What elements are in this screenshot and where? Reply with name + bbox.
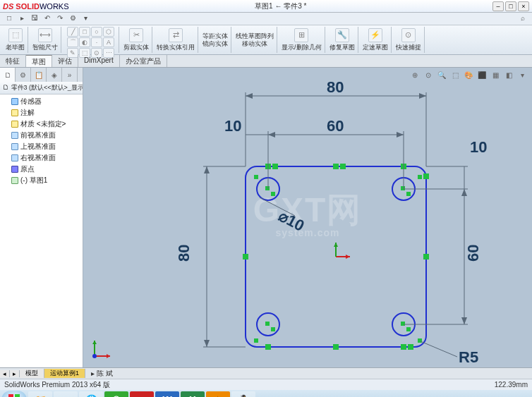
line-icon[interactable]: ╱ bbox=[67, 27, 78, 37]
ribbon-repair[interactable]: 🔧修复草图 bbox=[327, 27, 358, 53]
svg-rect-20 bbox=[265, 344, 271, 350]
ds-swoosh-icon: DS bbox=[3, 2, 13, 11]
tree-right-plane[interactable]: 右视基准面 bbox=[1, 152, 81, 164]
ribbon-trim[interactable]: ✂剪裁实体 bbox=[121, 27, 152, 53]
cm-tab-icon[interactable]: 📋 bbox=[31, 68, 47, 82]
document-title: 草图1 ← 零件3 * bbox=[69, 1, 492, 11]
ribbon-snap[interactable]: ⊙快速捕捉 bbox=[393, 27, 425, 53]
task-chrome-icon[interactable]: 🌐 bbox=[79, 391, 103, 397]
tree-annotations[interactable]: 注解 bbox=[1, 107, 81, 118]
tab-evaluate[interactable]: 评估 bbox=[52, 55, 78, 67]
task-360-icon[interactable]: ❂ bbox=[104, 391, 128, 397]
window-controls: – □ × bbox=[492, 1, 529, 11]
ribbon-display[interactable]: ⊞显示/删除几何 bbox=[279, 27, 325, 53]
task-sw-icon[interactable]: SW bbox=[130, 391, 154, 397]
plane-icon bbox=[11, 154, 18, 161]
svg-rect-23 bbox=[408, 344, 413, 350]
svg-rect-26 bbox=[401, 186, 405, 190]
graphics-viewport[interactable]: ⊕ ⊙ 🔍 ⬚ 🎨 ⬛ ▦ ◧ ▾ GXT网system.com bbox=[83, 68, 532, 367]
text-icon[interactable]: A bbox=[103, 37, 114, 47]
command-tabs: 特征 草图 评估 DimXpert 办公室产品 bbox=[0, 55, 532, 68]
svg-rect-34 bbox=[254, 338, 258, 343]
tab-dimxpert[interactable]: DimXpert bbox=[78, 55, 120, 67]
ribbon-pattern[interactable]: 线性草图阵列移动实体 bbox=[233, 27, 277, 53]
tab-sketch[interactable]: 草图 bbox=[26, 55, 52, 67]
breadcrumb[interactable]: ▸ 陈 斌 bbox=[85, 369, 119, 379]
dim-offset-r: 10 bbox=[470, 138, 487, 156]
task-ie-icon[interactable]: e bbox=[54, 391, 78, 397]
svg-rect-18 bbox=[243, 254, 248, 259]
qa-search-icon[interactable]: ⌕ bbox=[518, 14, 528, 24]
maximize-button[interactable]: □ bbox=[505, 1, 516, 11]
pm-tab-icon[interactable]: ⚙ bbox=[16, 68, 31, 82]
more-tab-icon[interactable]: » bbox=[62, 68, 78, 82]
svg-marker-64 bbox=[92, 341, 97, 344]
poly-icon[interactable]: ⬡ bbox=[103, 27, 114, 37]
tab-office[interactable]: 办公室产品 bbox=[120, 55, 167, 67]
qa-redo-icon[interactable]: ↷ bbox=[55, 14, 65, 24]
dim-width: 80 bbox=[327, 78, 344, 96]
sketch-icon bbox=[11, 177, 18, 184]
tree-origin[interactable]: 原点 bbox=[1, 164, 81, 175]
annotation-icon bbox=[11, 109, 18, 116]
rect-icon[interactable]: □ bbox=[79, 27, 90, 37]
qa-new-icon[interactable]: □ bbox=[4, 14, 14, 24]
spline-icon[interactable]: ◐ bbox=[79, 37, 90, 47]
feature-manager: 🗋 ⚙ 📋 ◈ » 🗋 零件3 (默认<<默认>_显示状态 传感器 注解 材质 … bbox=[0, 68, 83, 367]
svg-marker-9 bbox=[346, 255, 350, 259]
ribbon-smart-dim[interactable]: ⟷智能尺寸 bbox=[30, 27, 61, 53]
task-explorer-icon[interactable]: 📁 bbox=[28, 391, 52, 397]
status-bar: SolidWorks Premium 2013 x64 版 122.39mm bbox=[0, 379, 532, 390]
tab-scroll-right[interactable]: ▸ bbox=[10, 370, 20, 377]
fm-tab-icon[interactable]: 🗋 bbox=[0, 68, 16, 82]
svg-rect-24 bbox=[265, 186, 270, 190]
dim-hole-v: 60 bbox=[464, 245, 482, 262]
ribbon-sketch-tools[interactable]: ╱ □ ○ ⬡ ⌒ ◐ · A ✎ ⬚ ⊙ ⋯ bbox=[63, 27, 119, 53]
tab-model[interactable]: 模型 bbox=[20, 369, 44, 378]
svg-rect-31 bbox=[406, 327, 411, 331]
tree-top-plane[interactable]: 上视基准面 bbox=[1, 141, 81, 152]
qa-undo-icon[interactable]: ↶ bbox=[42, 14, 52, 24]
feature-tree[interactable]: 传感器 注解 材质 <未指定> 前视基准面 上视基准面 右视基准面 原点 (-)… bbox=[0, 94, 83, 367]
tree-sketch1[interactable]: (-) 草图1 bbox=[1, 175, 81, 186]
ribbon-convert[interactable]: ⇄转换实体引用 bbox=[154, 27, 198, 53]
task-excel-icon[interactable]: X bbox=[181, 391, 205, 397]
qa-options-icon[interactable]: ⚙ bbox=[68, 14, 78, 24]
tree-material[interactable]: 材质 <未指定> bbox=[1, 118, 81, 130]
tab-scroll-left[interactable]: ◂ bbox=[0, 370, 10, 377]
tree-front-plane[interactable]: 前视基准面 bbox=[1, 130, 81, 141]
svg-marker-11 bbox=[334, 243, 338, 247]
ribbon-offset[interactable]: 等距实体镜向实体 bbox=[200, 27, 231, 53]
minimize-button[interactable]: – bbox=[492, 1, 504, 11]
dim-icon: ⟷ bbox=[38, 28, 52, 42]
ribbon-tool-0[interactable]: ⬚老毕图 bbox=[3, 27, 28, 53]
bottom-bar: ◂ ▸ 模型 运动算例1 ▸ 陈 斌 bbox=[0, 367, 532, 379]
circle-icon[interactable]: ○ bbox=[91, 27, 102, 37]
repair-icon: 🔧 bbox=[335, 28, 349, 42]
tool-icon: ⬚ bbox=[8, 28, 23, 42]
task-word-icon[interactable]: W bbox=[155, 391, 179, 397]
point-icon[interactable]: · bbox=[91, 37, 102, 47]
start-button[interactable] bbox=[1, 391, 27, 397]
qa-open-icon[interactable]: ▸ bbox=[17, 14, 27, 24]
tree-sensors[interactable]: 传感器 bbox=[1, 96, 81, 107]
sketch-canvas[interactable]: 80 60 10 10 80 bbox=[83, 68, 532, 367]
task-app-icon[interactable]: ✦ bbox=[206, 391, 230, 397]
svg-marker-58 bbox=[461, 317, 467, 324]
tab-motion[interactable]: 运动算例1 bbox=[44, 369, 85, 378]
dm-tab-icon[interactable]: ◈ bbox=[47, 68, 62, 82]
snap-icon: ⊙ bbox=[401, 28, 416, 42]
status-version: SolidWorks Premium 2013 x64 版 bbox=[4, 380, 110, 390]
trim-icon: ✂ bbox=[129, 28, 143, 42]
qa-more-icon[interactable]: ▾ bbox=[80, 14, 90, 24]
tab-features[interactable]: 特征 bbox=[0, 55, 26, 67]
ribbon-rapidsketch[interactable]: ⚡定速草图 bbox=[360, 27, 392, 53]
ribbon: ⬚老毕图 ⟷智能尺寸 ╱ □ ○ ⬡ ⌒ ◐ · A ✎ ⬚ ⊙ ⋯ ✂剪裁实体… bbox=[0, 25, 532, 55]
task-qq-icon[interactable]: 🐧 bbox=[231, 391, 255, 397]
close-button[interactable]: × bbox=[518, 1, 529, 11]
qa-save-icon[interactable]: 🖫 bbox=[30, 14, 40, 24]
svg-rect-32 bbox=[254, 175, 258, 179]
tree-header[interactable]: 🗋 零件3 (默认<<默认>_显示状态 bbox=[0, 82, 83, 94]
arc-icon[interactable]: ⌒ bbox=[67, 37, 78, 47]
dimensions[interactable]: 80 60 10 10 80 bbox=[175, 78, 487, 366]
